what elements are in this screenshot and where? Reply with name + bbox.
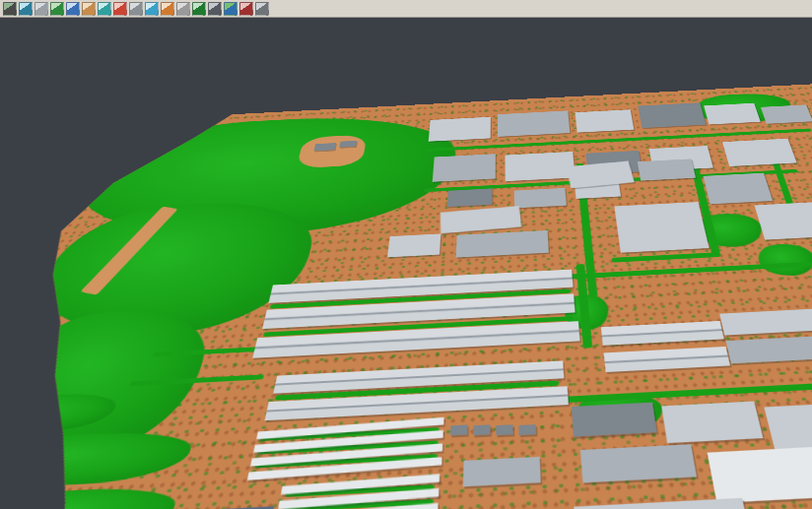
globe-view-icon[interactable] xyxy=(224,2,237,16)
building-roof xyxy=(575,109,635,132)
building-roof xyxy=(580,444,697,482)
building-roof xyxy=(506,152,575,181)
app-window xyxy=(0,0,812,509)
building-roof xyxy=(722,139,797,166)
building-roof xyxy=(572,403,657,437)
building-roof xyxy=(463,457,541,486)
clear-icon[interactable] xyxy=(239,2,253,16)
building-roof xyxy=(761,104,812,123)
building-roof xyxy=(498,110,570,136)
building-roof xyxy=(704,103,761,125)
toolbar xyxy=(0,0,812,18)
orbit-tool-icon[interactable] xyxy=(98,2,111,16)
terrain-features xyxy=(0,66,812,509)
save-icon[interactable] xyxy=(34,2,48,16)
building-roof xyxy=(708,446,812,503)
vegetation-patch xyxy=(0,428,196,490)
measure-tool-icon[interactable] xyxy=(145,2,159,16)
terrain-render xyxy=(0,66,812,509)
vegetation-patch xyxy=(0,484,180,509)
building-roof xyxy=(518,424,536,435)
building-roof xyxy=(661,402,763,444)
mesh-view-icon[interactable] xyxy=(208,2,222,16)
building-roof xyxy=(755,202,812,240)
building-roof xyxy=(719,308,812,335)
building-roof xyxy=(726,336,812,364)
scene-3d-transform xyxy=(0,66,812,509)
help-icon[interactable] xyxy=(255,2,269,16)
building-roof xyxy=(339,141,357,148)
profile-tool-icon[interactable] xyxy=(161,2,174,16)
vegetation-row xyxy=(612,252,721,262)
building-roof xyxy=(638,102,706,128)
building-roof xyxy=(450,424,468,435)
building-roof xyxy=(614,202,709,253)
record-icon[interactable] xyxy=(113,2,127,16)
building-roof xyxy=(704,173,774,205)
open-project-icon[interactable] xyxy=(19,2,33,16)
building-roof xyxy=(387,233,440,257)
3d-viewport[interactable] xyxy=(0,18,812,509)
building-roof xyxy=(314,143,337,151)
building-roof xyxy=(496,424,512,435)
building-roof xyxy=(604,347,730,372)
building-roof xyxy=(638,159,696,180)
add-cloud-icon[interactable] xyxy=(50,2,64,16)
building-roof xyxy=(473,424,490,435)
pan-tool-icon[interactable] xyxy=(82,2,96,16)
building-roof xyxy=(601,321,724,346)
vegetation-patch xyxy=(755,243,812,278)
select-tool-icon[interactable] xyxy=(176,2,190,16)
building-roof xyxy=(429,117,491,142)
classification-icon[interactable] xyxy=(192,2,206,16)
building-roof xyxy=(440,206,521,233)
layers-icon[interactable] xyxy=(3,2,17,16)
building-roof xyxy=(574,498,752,509)
building-roof xyxy=(433,154,496,182)
building-roof xyxy=(764,403,812,449)
zoom-extent-icon[interactable] xyxy=(66,2,80,16)
building-roof xyxy=(514,188,567,208)
building-roof xyxy=(447,188,493,207)
settings-icon[interactable] xyxy=(129,2,143,16)
building-roof xyxy=(567,160,635,188)
building-roof xyxy=(456,230,549,258)
